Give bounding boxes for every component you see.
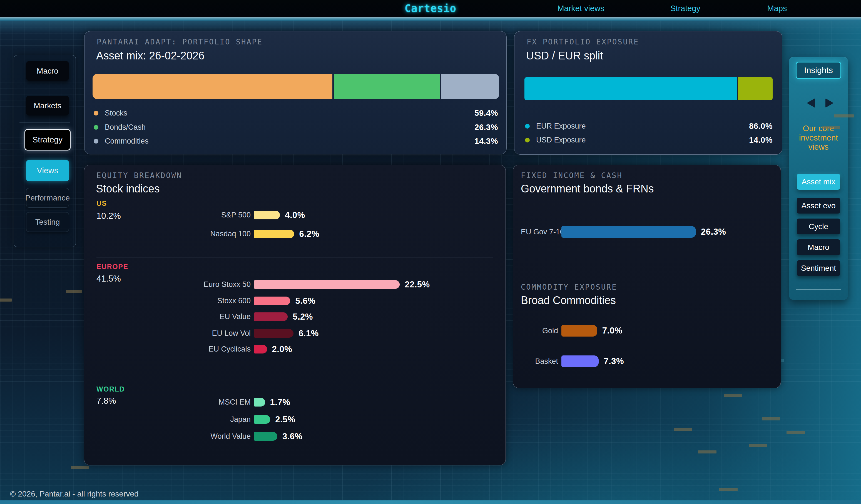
bar bbox=[561, 355, 599, 367]
bar-label: EU Low Vol bbox=[96, 329, 254, 338]
decor-dash bbox=[762, 417, 780, 420]
view-item-asset-evo[interactable]: Asset evo bbox=[797, 198, 840, 213]
bar-label: Stoxx 600 bbox=[96, 297, 254, 305]
sidebar-item-markets[interactable]: Markets bbox=[26, 96, 69, 115]
decor-dash bbox=[787, 431, 805, 434]
fx-stacked-bar bbox=[524, 77, 773, 100]
panel-kicker: COMMODITY EXPOSURE bbox=[521, 283, 617, 291]
decor-dash bbox=[724, 394, 742, 397]
bar-value: 5.6% bbox=[295, 296, 315, 306]
bar bbox=[254, 432, 277, 441]
decor-dash bbox=[749, 444, 767, 447]
decor-dash bbox=[719, 488, 738, 491]
legend-label: Stocks bbox=[105, 109, 127, 117]
sidebar-item-performance[interactable]: Performance bbox=[26, 188, 69, 208]
equity-row-japan: Japan 2.5% bbox=[96, 415, 296, 424]
commodity-row-gold: Gold 7.0% bbox=[521, 325, 622, 337]
nav-item-maps[interactable]: Maps bbox=[767, 4, 787, 13]
bar bbox=[254, 398, 265, 407]
sidebar-item-testing[interactable]: Testing bbox=[26, 212, 69, 232]
panel-kicker: FX PORTFOLIO EXPOSURE bbox=[527, 38, 639, 46]
nav-item-strategy[interactable]: Strategy bbox=[670, 4, 700, 13]
panel-asset-mix: PANTARAI ADAPT: PORTFOLIO SHAPE Asset mi… bbox=[84, 31, 507, 154]
sidebar-divider bbox=[19, 122, 70, 123]
panel-kicker: PANTARAI ADAPT: PORTFOLIO SHAPE bbox=[97, 38, 263, 46]
bar-label: Gold bbox=[521, 326, 561, 335]
legend-row-bonds-cash: Bonds/Cash 26.3% bbox=[94, 122, 498, 132]
legend-row-eur: EUR Exposure 86.0% bbox=[525, 121, 773, 131]
section-label-europe: EUROPE bbox=[96, 263, 128, 271]
next-arrow-icon[interactable] bbox=[825, 98, 833, 108]
view-item-macro[interactable]: Macro bbox=[797, 239, 840, 255]
bar-label: EU Gov 7-10y bbox=[521, 228, 561, 236]
legend-label: Commodities bbox=[105, 137, 149, 145]
asset-mix-stacked-bar bbox=[93, 74, 499, 99]
view-item-cycle[interactable]: Cycle bbox=[797, 219, 840, 234]
equity-row-stoxx600: Stoxx 600 5.6% bbox=[96, 297, 315, 305]
dashboard-root: Cartesio Market views Strategy Maps Macr… bbox=[0, 0, 861, 504]
bar-label: MSCI EM bbox=[96, 398, 254, 407]
panel-title: Broad Commodities bbox=[521, 294, 616, 307]
bar-value: 7.3% bbox=[604, 356, 624, 366]
bar-label: World Value bbox=[96, 432, 254, 441]
legend-dot bbox=[94, 111, 98, 115]
bar-segment-eur bbox=[524, 77, 737, 100]
section-divider bbox=[529, 271, 765, 271]
bar-value: 3.6% bbox=[282, 432, 303, 442]
nav-item-market-views[interactable]: Market views bbox=[557, 4, 604, 13]
decor-dash bbox=[698, 450, 716, 453]
section-divider bbox=[96, 257, 493, 257]
bar bbox=[561, 325, 597, 337]
bar bbox=[254, 345, 267, 353]
prev-arrow-icon[interactable] bbox=[807, 98, 815, 108]
legend-value: 14.3% bbox=[475, 137, 498, 146]
bar-value: 4.0% bbox=[285, 210, 305, 220]
sidebar-item-strategy[interactable]: Strategy bbox=[25, 129, 71, 151]
bar-label: Japan bbox=[96, 415, 254, 424]
legend-value: 59.4% bbox=[475, 109, 498, 118]
app-logo: Cartesio bbox=[405, 2, 456, 14]
legend-row-commodities: Commodities 14.3% bbox=[94, 136, 498, 146]
sidebar-item-views[interactable]: Views bbox=[26, 160, 69, 181]
bar-value: 26.3% bbox=[701, 227, 726, 237]
fi-row-eu-gov: EU Gov 7-10y 26.3% bbox=[521, 226, 726, 238]
equity-row-world-value: World Value 3.6% bbox=[96, 432, 303, 441]
legend-value: 14.0% bbox=[749, 136, 773, 145]
bar-segment-commodities bbox=[441, 74, 499, 99]
legend-value: 86.0% bbox=[749, 122, 773, 131]
bar bbox=[254, 297, 290, 305]
panel-kicker: FIXED INCOME & CASH bbox=[521, 171, 623, 180]
sidebar-item-macro[interactable]: Macro bbox=[26, 61, 69, 81]
bar-value: 5.2% bbox=[293, 312, 313, 322]
bar bbox=[254, 415, 270, 424]
view-item-sentiment[interactable]: Sentiment bbox=[797, 260, 840, 276]
panel-title: USD / EUR split bbox=[526, 49, 603, 62]
bar-label: Basket bbox=[521, 357, 561, 366]
legend-row-stocks: Stocks 59.4% bbox=[94, 108, 498, 118]
section-label-world: WORLD bbox=[96, 385, 125, 393]
bar-label: Nasdaq 100 bbox=[96, 230, 254, 238]
legend-label: Bonds/Cash bbox=[105, 123, 146, 131]
bar bbox=[254, 211, 280, 219]
left-sidebar: Macro Markets Strategy Views Performance… bbox=[14, 55, 76, 247]
panel-fx-exposure: FX PORTFOLIO EXPOSURE USD / EUR split EU… bbox=[514, 31, 782, 155]
copyright-text: © 2026, Pantar.ai - all rights reserved bbox=[10, 490, 139, 499]
legend-label: USD Exposure bbox=[536, 136, 586, 144]
panel-title: Stock indices bbox=[96, 182, 160, 195]
legend-value: 26.3% bbox=[475, 123, 498, 132]
decor-dash bbox=[0, 298, 12, 302]
bar-value: 22.5% bbox=[405, 280, 430, 290]
bar bbox=[254, 312, 288, 321]
bar-label: EU Value bbox=[96, 312, 254, 321]
decor-dash bbox=[822, 126, 840, 129]
legend-dot bbox=[94, 125, 98, 130]
decor-dash bbox=[674, 428, 692, 431]
equity-row-eu-low-vol: EU Low Vol 6.1% bbox=[96, 329, 319, 338]
bar-value: 6.1% bbox=[299, 328, 319, 338]
bar-value: 2.0% bbox=[272, 344, 292, 354]
bar-value: 2.5% bbox=[275, 415, 296, 424]
sidebar-divider bbox=[796, 289, 841, 290]
insights-button[interactable]: Insights bbox=[796, 62, 841, 79]
view-item-asset-mix[interactable]: Asset mix bbox=[797, 174, 840, 190]
bar bbox=[254, 329, 293, 338]
